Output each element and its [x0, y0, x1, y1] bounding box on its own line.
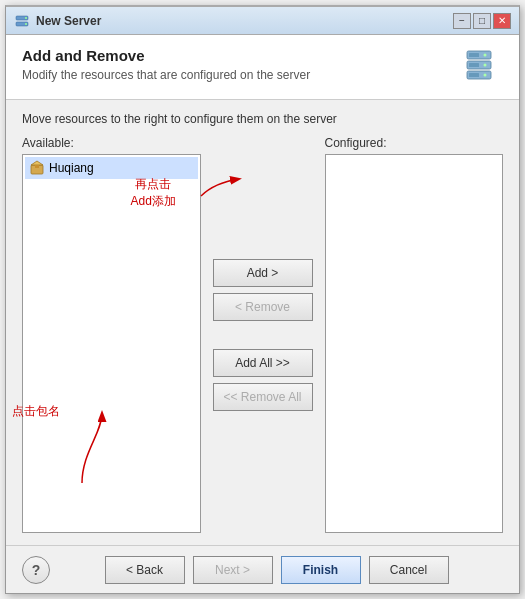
svg-rect-12 [469, 73, 479, 77]
add-all-button[interactable]: Add All >> [213, 349, 313, 377]
back-button[interactable]: < Back [105, 556, 185, 584]
configured-list[interactable] [325, 154, 504, 533]
maximize-button[interactable]: □ [473, 13, 491, 29]
main-content: Move resources to the right to configure… [6, 100, 519, 545]
minimize-button[interactable]: − [453, 13, 471, 29]
available-list[interactable]: Huqiang [22, 154, 201, 533]
configured-panel: Configured: [325, 136, 504, 533]
svg-point-8 [484, 64, 487, 67]
svg-rect-11 [469, 63, 479, 67]
add-button[interactable]: Add > [213, 259, 313, 287]
columns-area: Available: Huqiang [22, 136, 503, 533]
next-button[interactable]: Next > [193, 556, 273, 584]
svg-point-9 [484, 74, 487, 77]
svg-marker-14 [31, 161, 43, 165]
list-item[interactable]: Huqiang [25, 157, 198, 179]
footer: ? < Back Next > Finish Cancel [6, 545, 519, 593]
svg-point-3 [25, 23, 27, 25]
help-button[interactable]: ? [22, 556, 50, 584]
available-item-name: Huqiang [49, 161, 94, 175]
header-subtitle: Modify the resources that are configured… [22, 68, 310, 82]
available-label: Available: [22, 136, 201, 150]
title-bar-title: New Server [36, 14, 451, 28]
footer-buttons: < Back Next > Finish Cancel [50, 556, 503, 584]
header-title: Add and Remove [22, 47, 310, 64]
available-panel: Available: Huqiang [22, 136, 201, 533]
svg-point-7 [484, 54, 487, 57]
instruction-text: Move resources to the right to configure… [22, 112, 503, 126]
close-button[interactable]: ✕ [493, 13, 511, 29]
package-icon [29, 160, 45, 176]
title-bar-icon [14, 13, 30, 29]
header-section: Add and Remove Modify the resources that… [6, 35, 519, 100]
annotation-click-package: 点击包名 [12, 403, 60, 420]
footer-left: ? [22, 556, 50, 584]
svg-rect-15 [35, 165, 39, 168]
cancel-button[interactable]: Cancel [369, 556, 449, 584]
server-icon [463, 47, 503, 87]
middle-buttons: Add > < Remove Add All >> << Remove All … [201, 136, 325, 533]
svg-point-2 [25, 17, 27, 19]
new-server-window: New Server − □ ✕ Add and Remove Modify t… [5, 5, 520, 594]
finish-button[interactable]: Finish [281, 556, 361, 584]
remove-button[interactable]: < Remove [213, 293, 313, 321]
title-bar: New Server − □ ✕ [6, 7, 519, 35]
svg-rect-10 [469, 53, 479, 57]
configured-label: Configured: [325, 136, 504, 150]
remove-all-button[interactable]: << Remove All [213, 383, 313, 411]
header-texts: Add and Remove Modify the resources that… [22, 47, 310, 82]
